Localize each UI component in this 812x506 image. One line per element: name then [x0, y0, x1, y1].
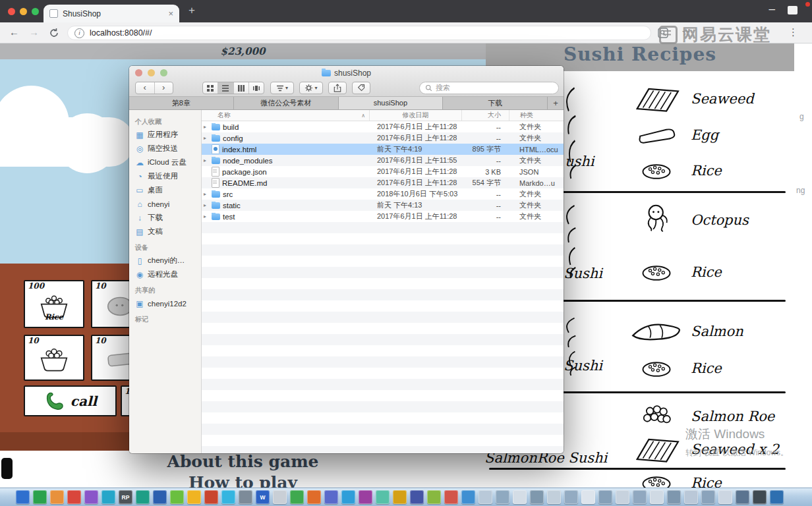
taskbar-icon[interactable] — [153, 490, 167, 504]
column-header-date[interactable]: 修改日期 — [369, 110, 461, 121]
taskbar-icon[interactable] — [718, 490, 732, 504]
taskbar-icon[interactable] — [496, 490, 509, 504]
taskbar-icon[interactable] — [273, 490, 287, 504]
share-button[interactable] — [328, 82, 347, 94]
site-info-icon[interactable]: i — [74, 28, 84, 38]
sidebar-item-display[interactable]: ▣chenyi12d2 — [129, 296, 201, 310]
address-bar[interactable]: i localhost:8080/#/ — [67, 26, 651, 40]
finder-tab[interactable]: 第8章 — [129, 97, 234, 109]
file-row[interactable]: ▸build2017年6月1日 上午11:28--文件夹 — [202, 121, 564, 132]
column-header-kind[interactable]: 种类 — [509, 110, 564, 121]
game-cell[interactable]: 10 — [24, 335, 84, 381]
sidebar-item-home[interactable]: ⌂chenyi — [129, 197, 201, 211]
disclosure-triangle-icon[interactable]: ▸ — [204, 135, 209, 141]
taskbar-icon[interactable] — [753, 490, 767, 504]
taskbar-icon[interactable] — [667, 490, 681, 504]
sidebar-item-desktop[interactable]: ▭桌面 — [129, 183, 201, 197]
window-minimize-button[interactable]: – — [769, 3, 775, 16]
finder-tab[interactable]: 下载 — [443, 97, 548, 109]
taskbar-icon[interactable] — [581, 490, 595, 504]
taskbar-icon[interactable] — [701, 490, 715, 504]
window-maximize-button[interactable] — [788, 6, 798, 14]
taskbar-icon[interactable] — [33, 490, 47, 504]
taskbar-icon[interactable] — [513, 490, 527, 504]
finder-back-button[interactable]: ‹ — [136, 82, 154, 94]
finder-new-tab-button[interactable]: + — [548, 97, 564, 109]
browser-tab[interactable]: ShusiShop × — [44, 5, 179, 22]
file-row[interactable]: ▸config2017年6月1日 上午11:28--文件夹 — [202, 132, 564, 144]
disclosure-triangle-icon[interactable]: ▸ — [204, 191, 209, 197]
finder-tab[interactable]: shusiShop — [339, 97, 444, 109]
sidebar-item-recents[interactable]: ◔最近使用 — [129, 169, 201, 183]
column-view-button[interactable] — [233, 82, 248, 94]
reload-button[interactable] — [49, 28, 59, 38]
taskbar-icon[interactable] — [547, 490, 561, 504]
taskbar-icon[interactable] — [50, 490, 64, 504]
file-row[interactable]: README.md2017年6月1日 上午11:28554 字节Markdo…u — [202, 177, 564, 188]
tab-close-button[interactable]: × — [168, 9, 173, 18]
macos-close-icon[interactable] — [8, 8, 15, 15]
macos-zoom-icon[interactable] — [32, 8, 39, 15]
taskbar-icon[interactable] — [324, 490, 338, 504]
disclosure-triangle-icon[interactable]: ▸ — [204, 213, 209, 219]
taskbar-icon[interactable] — [598, 490, 612, 504]
taskbar-icon[interactable] — [221, 490, 235, 504]
disclosure-triangle-icon[interactable]: ▸ — [204, 124, 209, 130]
taskbar-icon[interactable] — [341, 490, 355, 504]
taskbar-icon[interactable] — [204, 490, 218, 504]
taskbar-icon[interactable] — [478, 490, 492, 504]
taskbar-icon[interactable] — [136, 490, 150, 504]
icon-view-button[interactable] — [203, 82, 218, 94]
column-header-size[interactable]: 大小 — [461, 110, 509, 121]
file-row[interactable]: ▸node_modules2017年6月1日 上午11:55--文件夹 — [202, 155, 564, 166]
taskbar-icon[interactable] — [67, 490, 81, 504]
taskbar-icon[interactable] — [187, 490, 201, 504]
taskbar-icon[interactable] — [102, 490, 115, 504]
forward-button[interactable]: → — [29, 26, 39, 38]
back-button[interactable]: ← — [9, 26, 19, 38]
sidebar-item-laptop[interactable]: ▯chenyi的… — [129, 254, 201, 267]
sidebar-item-icloud[interactable]: ☁iCloud 云盘 — [129, 155, 201, 169]
sidebar-item-downloads[interactable]: ↓下载 — [129, 211, 201, 225]
taskbar-icon[interactable] — [564, 490, 578, 504]
taskbar-icon[interactable] — [736, 490, 749, 504]
coverflow-view-button[interactable] — [248, 82, 264, 94]
taskbar-icon[interactable] — [770, 490, 784, 504]
browser-menu-button[interactable]: ⋮ — [788, 26, 798, 38]
column-header-name[interactable]: 名称 ∧ — [202, 110, 369, 121]
taskbar-icon[interactable] — [530, 490, 544, 504]
game-cell[interactable]: 100Rice — [24, 280, 84, 328]
sidebar-item-applications[interactable]: ▦应用程序 — [129, 128, 201, 142]
finder-tab[interactable]: 微信公众号素材 — [234, 97, 339, 109]
taskbar-icon[interactable] — [290, 490, 304, 504]
taskbar-icon[interactable] — [444, 490, 458, 504]
taskbar-icon[interactable] — [84, 490, 98, 504]
file-list[interactable]: ▸build2017年6月1日 上午11:28--文件夹▸config2017年… — [202, 121, 564, 453]
taskbar-icon[interactable] — [427, 490, 441, 504]
file-row[interactable]: package.json2017年6月1日 上午11:283 KBJSON — [202, 166, 564, 177]
taskbar-icon[interactable] — [461, 490, 475, 504]
disclosure-triangle-icon[interactable]: ▸ — [204, 202, 209, 208]
taskbar-icon[interactable] — [170, 490, 184, 504]
taskbar-icon[interactable] — [239, 490, 252, 504]
taskbar-icon[interactable]: W — [256, 490, 270, 504]
taskbar-icon[interactable] — [376, 490, 390, 504]
file-row[interactable]: ▸static前天 下午4:13--文件夹 — [202, 200, 564, 211]
macos-minimize-icon[interactable] — [20, 8, 27, 15]
game-cell[interactable]: call — [24, 385, 117, 416]
taskbar-icon[interactable] — [393, 490, 407, 504]
sidebar-item-airdrop[interactable]: ◎隔空投送 — [129, 142, 201, 155]
finder-search-field[interactable]: 搜索 — [419, 82, 559, 94]
disclosure-triangle-icon[interactable]: ▸ — [204, 157, 209, 163]
list-view-button[interactable] — [218, 82, 233, 94]
taskbar-icon[interactable] — [684, 490, 698, 504]
finder-forward-button[interactable]: › — [154, 82, 173, 94]
file-row[interactable]: ▸test2017年6月1日 上午11:28--文件夹 — [202, 211, 564, 222]
taskbar-icon[interactable] — [650, 490, 664, 504]
taskbar-icon[interactable] — [359, 490, 372, 504]
sidebar-item-disc[interactable]: ◉远程光盘 — [129, 267, 201, 281]
arrange-button[interactable]: ▾ — [270, 82, 294, 94]
file-row[interactable]: index.html前天 下午4:19895 字节HTML…ocu — [202, 144, 564, 155]
action-gear-button[interactable]: ▾ — [299, 82, 323, 94]
taskbar-icon[interactable] — [410, 490, 424, 504]
